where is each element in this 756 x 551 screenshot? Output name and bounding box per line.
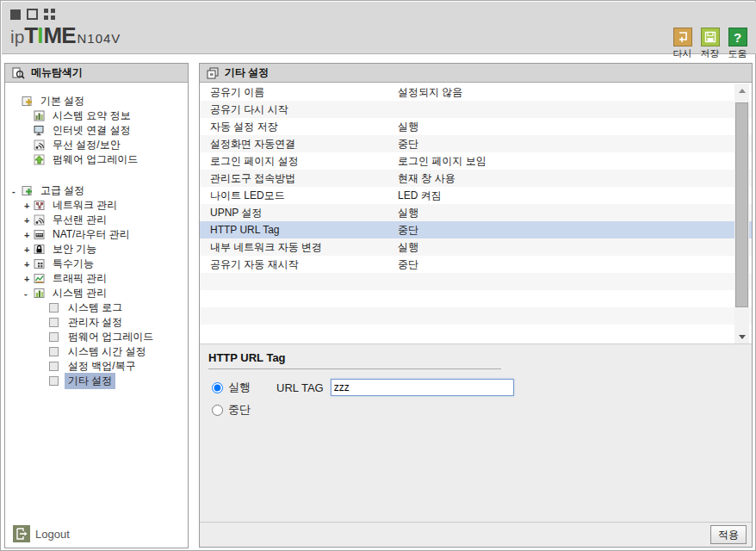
sidebar-item-label: 기타 설정 (65, 373, 115, 389)
apply-button[interactable]: 적용 (710, 525, 747, 544)
stop-radio[interactable] (212, 405, 223, 416)
logo-ip: ip (10, 27, 24, 46)
sidebar-item-firmware-upgrade-2[interactable]: 펌웨어 업그레이드 (5, 330, 188, 344)
settings-row[interactable]: 나이트 LED모드LED 켜짐 (200, 187, 752, 204)
setting-label: UPNP 설정 (200, 204, 398, 221)
setting-value: 현재 창 사용 (398, 170, 752, 187)
sidebar-header: 메뉴탐색기 (5, 64, 188, 83)
outline-square-icon[interactable] (27, 9, 38, 20)
setting-value: 중단 (398, 135, 752, 152)
settings-row[interactable]: 로그인 페이지 설정로그인 페이지 보임 (200, 152, 752, 170)
return-arrow-icon (673, 28, 692, 46)
router-icon (34, 229, 46, 240)
url-tag-field-label: URL TAG (276, 381, 324, 394)
logo-model: N104V (77, 31, 121, 46)
sidebar-item-system-log[interactable]: 시스템 로그 (5, 300, 188, 315)
sidebar-item-security-features[interactable]: +보안 기능 (5, 242, 188, 257)
setting-value: 실행 (398, 204, 752, 221)
tree-toggle-icon[interactable]: + (24, 259, 34, 269)
header-buttons: 다시 저장 ? 도움 (671, 28, 749, 60)
lock-icon (34, 244, 46, 255)
leaf-square-icon (49, 346, 61, 357)
special-icon (34, 258, 46, 269)
logout-button[interactable]: Logout (13, 525, 70, 542)
sidebar-item-traffic-management[interactable]: +트래픽 관리 (5, 271, 188, 286)
arrow-up-icon (34, 154, 46, 165)
setting-value: 중단 (398, 256, 752, 273)
layered-windows-icon (207, 67, 219, 79)
settings-row-empty (200, 273, 752, 290)
run-radio[interactable] (212, 382, 223, 393)
settings-row-empty (200, 325, 752, 342)
settings-row[interactable]: 자동 설정 저장실행 (200, 118, 752, 135)
leaf-square-icon (49, 361, 61, 372)
form-title: HTTP URL Tag (208, 351, 501, 369)
sidebar-item-wlan-management[interactable]: +무선랜 관리 (5, 213, 188, 227)
folder-plus-yellow-icon (22, 96, 34, 107)
sidebar-item-system-management[interactable]: -시스템 관리 (5, 286, 188, 300)
setting-value: 중단 (398, 221, 752, 238)
scroll-down-button[interactable] (734, 330, 749, 344)
table-scrollbar[interactable] (734, 84, 749, 344)
reset-button[interactable]: 다시 (671, 28, 694, 60)
tree-toggle-icon[interactable]: - (12, 186, 22, 196)
sidebar-item-internet-connection[interactable]: 인터넷 연결 설정 (5, 123, 188, 138)
sidebar-item-network-management[interactable]: +네트워크 관리 (5, 198, 188, 213)
sidebar-title: 메뉴탐색기 (31, 65, 83, 80)
settings-row[interactable]: 공유기 자동 재시작중단 (200, 256, 752, 273)
reset-button-label: 다시 (671, 47, 694, 60)
sidebar-item-basic-settings[interactable]: 기본 설정 (5, 94, 188, 108)
folder-plus-green-icon (22, 185, 34, 196)
sidebar-item-wireless-security[interactable]: 무선 설정/보안 (5, 138, 188, 152)
scrollbar-thumb[interactable] (735, 102, 748, 307)
help-button[interactable]: ? 도움 (726, 28, 749, 60)
chart-bars-icon (34, 110, 46, 121)
settings-row[interactable]: 관리도구 접속방법현재 창 사용 (200, 170, 752, 187)
settings-row[interactable]: UPNP 설정실행 (200, 204, 752, 221)
tree-toggle-icon[interactable]: + (24, 215, 34, 226)
tree-toggle-icon[interactable]: + (24, 230, 34, 240)
content-header: 기타 설정 (200, 64, 752, 83)
settings-row[interactable]: 내부 네트워크 자동 변경실행 (200, 238, 752, 256)
leaf-square-icon (49, 302, 61, 313)
menu-explorer-icon (12, 67, 25, 79)
setting-label: 공유기 자동 재시작 (200, 256, 398, 273)
grid-squares-icon[interactable] (44, 9, 55, 20)
sidebar-item-advanced-settings[interactable]: -고급 설정 (5, 183, 188, 198)
save-button[interactable]: 저장 (698, 28, 722, 60)
sidebar-item-special-functions[interactable]: +특수기능 (5, 257, 188, 271)
sidebar-item-system-time[interactable]: 시스템 시간 설정 (5, 344, 188, 359)
triangle-down-icon (739, 335, 746, 339)
filled-square-icon[interactable] (10, 9, 21, 20)
setting-label: HTTP URL Tag (200, 221, 398, 238)
content-panel: 기타 설정 공유기 이름설정되지 않음공유기 다시 시작자동 설정 저장실행설정… (199, 63, 753, 548)
sidebar-item-nat-router[interactable]: +NAT/라우터 관리 (5, 227, 188, 242)
sidebar-item-firmware-upgrade[interactable]: 펌웨어 업그레이드 (5, 152, 188, 167)
setting-label: 내부 네트워크 자동 변경 (200, 238, 398, 256)
network-icon (34, 200, 46, 211)
tree-toggle-icon[interactable]: + (24, 274, 34, 284)
sidebar-item-backup-restore[interactable]: 설정 백업/복구 (5, 359, 188, 374)
tree-toggle-icon[interactable]: - (24, 288, 34, 299)
run-radio-label: 실행 (228, 380, 251, 395)
settings-row[interactable]: 공유기 다시 시작 (200, 101, 752, 118)
settings-row-empty (200, 290, 752, 307)
setting-label (200, 307, 398, 325)
sidebar-item-system-summary[interactable]: 시스템 요약 정보 (5, 108, 188, 123)
setting-value: LED 켜짐 (398, 187, 752, 204)
scroll-up-button[interactable] (734, 84, 749, 97)
logo-t: T (24, 22, 37, 48)
settings-row[interactable]: HTTP URL Tag중단 (200, 221, 752, 238)
settings-row[interactable]: 설정화면 자동연결중단 (200, 135, 752, 152)
url-tag-input[interactable] (331, 379, 514, 396)
traffic-icon (34, 273, 46, 284)
tree-toggle-icon[interactable]: + (24, 201, 34, 211)
logout-label: Logout (35, 528, 70, 541)
run-option-row: 실행 URL TAG (208, 379, 743, 396)
settings-row[interactable]: 공유기 이름설정되지 않음 (200, 84, 752, 101)
sidebar-item-misc-settings[interactable]: 기타 설정 (5, 374, 188, 388)
help-button-label: 도움 (726, 47, 749, 60)
sidebar-panel: 메뉴탐색기 기본 설정시스템 요약 정보인터넷 연결 설정무선 설정/보안펌웨어… (4, 63, 189, 548)
sidebar-item-admin-settings[interactable]: 관리자 설정 (5, 315, 188, 330)
tree-toggle-icon[interactable]: + (24, 245, 34, 255)
